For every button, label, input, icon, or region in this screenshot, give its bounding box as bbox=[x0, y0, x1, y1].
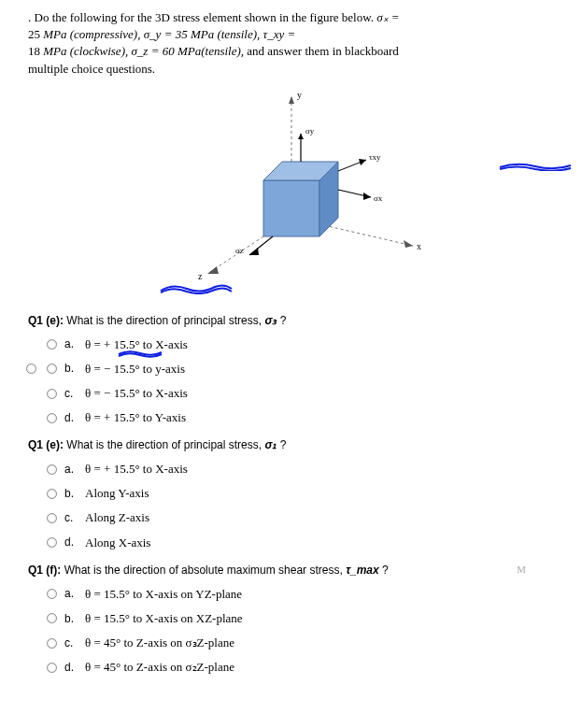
option-letter: c. bbox=[64, 635, 78, 651]
radio-icon[interactable] bbox=[47, 537, 57, 548]
side-mark: M bbox=[517, 563, 526, 577]
svg-marker-16 bbox=[363, 193, 371, 200]
cube-diagram: y x z σy σx σz τxy bbox=[151, 87, 432, 293]
q-text: What is the direction of principal stres… bbox=[64, 438, 264, 451]
svg-text:z: z bbox=[198, 271, 203, 281]
option-text: Along Z-axis bbox=[85, 509, 149, 526]
svg-marker-5 bbox=[207, 266, 219, 274]
option-text: θ = 45° to Z-axis on σ₃Z-plane bbox=[85, 635, 234, 651]
option-text: Along Y-axis bbox=[85, 485, 149, 502]
problem-statement: . Do the following for the 3D stress ele… bbox=[28, 9, 554, 78]
intro-l2: MPa (compressive), σ_y = 35 MPa (tensile… bbox=[43, 27, 295, 41]
option-b[interactable]: b. Along Y-axis bbox=[47, 485, 554, 502]
svg-text:y: y bbox=[297, 90, 302, 100]
option-letter: b. bbox=[64, 611, 78, 627]
option-text: θ = 45° to Z-axis on σ₂Z-plane bbox=[85, 659, 234, 676]
svg-text:σy: σy bbox=[305, 126, 315, 136]
svg-marker-9 bbox=[263, 180, 319, 236]
option-letter: a. bbox=[64, 462, 78, 478]
option-a[interactable]: a. θ = + 15.5° to X-axis bbox=[47, 336, 554, 353]
option-letter: c. bbox=[64, 510, 78, 526]
q-number: Q1 (f): bbox=[28, 564, 61, 577]
radio-icon[interactable] bbox=[47, 364, 57, 374]
option-letter: c. bbox=[64, 386, 78, 402]
q-number: Q1 (e): bbox=[28, 438, 64, 451]
option-letter: a. bbox=[64, 586, 78, 602]
radio-icon[interactable] bbox=[47, 663, 57, 673]
option-c[interactable]: c. θ = − 15.5° to X-axis bbox=[47, 385, 554, 402]
intro-l3b: MPa (clockwise), σ_z = 60 MPa(tensile), bbox=[43, 44, 244, 58]
radio-icon[interactable] bbox=[47, 613, 57, 623]
option-a[interactable]: a. θ = 15.5° to X-axis on YZ-plane bbox=[47, 586, 554, 603]
q-symbol: σ₃ bbox=[264, 314, 277, 327]
radio-icon[interactable] bbox=[47, 339, 57, 350]
option-a[interactable]: a. θ = + 15.5° to X-axis bbox=[47, 461, 554, 478]
radio-icon[interactable] bbox=[47, 589, 57, 599]
option-c[interactable]: c. θ = 45° to Z-axis on σ₃Z-plane bbox=[47, 635, 554, 651]
svg-text:σz: σz bbox=[235, 246, 244, 255]
intro-l3c: and answer them in blackboard bbox=[244, 44, 399, 58]
annotation-scribble-bottom bbox=[159, 281, 234, 294]
option-text: Along X-axis bbox=[85, 535, 150, 551]
annotation-scribble-right bbox=[498, 162, 573, 171]
q-text: What is the direction of principal stres… bbox=[64, 314, 264, 327]
intro-l4: multiple choice questions. bbox=[28, 61, 554, 78]
intro-text: . Do the following for the 3D stress ele… bbox=[28, 10, 376, 24]
radio-icon-extra[interactable] bbox=[26, 364, 36, 374]
q-number: Q1 (e): bbox=[28, 314, 64, 327]
radio-icon[interactable] bbox=[47, 389, 57, 399]
svg-marker-19 bbox=[249, 248, 259, 255]
question-taumax: Q1 (f): What is the direction of absolut… bbox=[28, 563, 554, 677]
q-mark: ? bbox=[277, 438, 286, 451]
option-c[interactable]: c. Along Z-axis bbox=[47, 509, 554, 526]
radio-icon[interactable] bbox=[47, 413, 57, 423]
option-text: θ = 15.5° to X-axis on XZ-plane bbox=[85, 610, 243, 627]
svg-marker-22 bbox=[359, 159, 366, 165]
svg-text:x: x bbox=[417, 241, 421, 251]
svg-marker-13 bbox=[298, 134, 304, 139]
option-d[interactable]: d. Along X-axis bbox=[47, 535, 554, 551]
annotation-scribble-option bbox=[117, 350, 163, 359]
q-text: What is the direction of absolute maximu… bbox=[61, 564, 346, 577]
radio-icon[interactable] bbox=[47, 489, 57, 499]
option-letter: b. bbox=[64, 361, 78, 377]
option-b[interactable]: b. θ = − 15.5° to y-axis bbox=[47, 361, 554, 378]
option-text: θ = + 15.5° to X-axis bbox=[85, 461, 188, 478]
question-sigma3: Q1 (e): What is the direction of princip… bbox=[28, 313, 554, 427]
sigma-x: σₓ = bbox=[376, 10, 399, 24]
option-text: θ = − 15.5° to X-axis bbox=[85, 385, 188, 402]
radio-icon[interactable] bbox=[47, 464, 57, 475]
svg-marker-3 bbox=[289, 96, 294, 104]
val-18: 18 bbox=[28, 44, 43, 58]
svg-marker-4 bbox=[404, 240, 413, 248]
svg-text:τxy: τxy bbox=[369, 152, 381, 162]
radio-icon[interactable] bbox=[47, 638, 57, 649]
option-text: θ = − 15.5° to y-axis bbox=[85, 361, 185, 378]
option-letter: a. bbox=[64, 336, 78, 352]
question-sigma1: Q1 (e): What is the direction of princip… bbox=[28, 437, 554, 551]
option-letter: d. bbox=[64, 660, 78, 676]
val-25: 25 bbox=[28, 27, 43, 41]
option-letter: d. bbox=[64, 410, 78, 426]
svg-text:σx: σx bbox=[374, 193, 383, 203]
option-b[interactable]: b. θ = 15.5° to X-axis on XZ-plane bbox=[47, 610, 554, 627]
radio-icon[interactable] bbox=[47, 513, 57, 523]
option-text: θ = + 15.5° to Y-axis bbox=[85, 409, 186, 426]
option-letter: b. bbox=[64, 486, 78, 502]
q-symbol: σ₁ bbox=[264, 438, 277, 451]
option-d[interactable]: d. θ = 45° to Z-axis on σ₂Z-plane bbox=[47, 659, 554, 676]
option-text: θ = 15.5° to X-axis on YZ-plane bbox=[85, 586, 242, 603]
option-d[interactable]: d. θ = + 15.5° to Y-axis bbox=[47, 409, 554, 426]
q-mark: ? bbox=[277, 314, 286, 327]
q-mark: ? bbox=[379, 564, 389, 577]
stress-element-figure: y x z σy σx σz τxy bbox=[28, 87, 554, 302]
q-symbol: τ_max bbox=[346, 564, 379, 577]
option-letter: d. bbox=[64, 535, 78, 550]
